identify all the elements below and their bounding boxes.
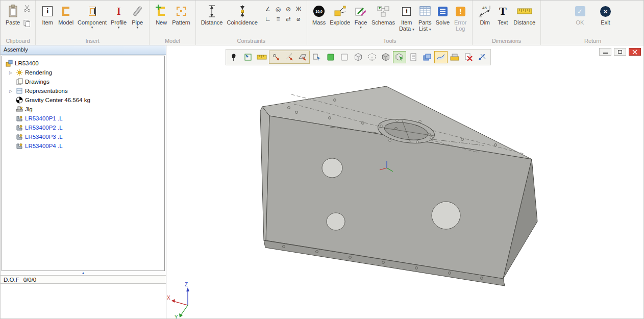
snap-edge-icon[interactable] xyxy=(283,51,296,63)
text-button[interactable]: T Text xyxy=(494,2,511,27)
text-icon: T xyxy=(499,6,507,17)
copy-button[interactable] xyxy=(23,19,31,30)
part-icon xyxy=(15,133,23,140)
expand-icon[interactable]: ▷ xyxy=(9,89,15,93)
error-log-button[interactable]: ! Error Log xyxy=(452,2,469,33)
exit-button[interactable]: × Exit xyxy=(597,2,614,27)
perpendicular-constraint-icon[interactable]: ∟ xyxy=(263,14,273,23)
constraint-coincidence-button[interactable]: Coincidence xyxy=(225,2,260,27)
select-element-icon[interactable] xyxy=(310,51,324,63)
ribbon-group-return: ✓ OK × Exit Return xyxy=(541,1,644,45)
parallel-constraint-icon[interactable]: ≡ xyxy=(273,14,283,23)
tree-item-root-assembly[interactable]: LR53400 xyxy=(2,59,164,68)
snap-face-icon[interactable] xyxy=(296,51,309,63)
dim-distance-button[interactable]: Distance xyxy=(511,2,537,27)
jig-icon xyxy=(15,106,23,113)
parts-list-button[interactable]: Parts List ▾ xyxy=(416,2,434,33)
item-data-dropdown-arrow[interactable]: ▾ xyxy=(412,28,414,31)
model-pattern-button[interactable]: Pattern xyxy=(170,2,192,27)
return-group-label: Return xyxy=(541,38,644,44)
maximize-button[interactable] xyxy=(614,48,626,56)
flat-pattern-icon[interactable] xyxy=(448,51,461,63)
insert-component-button[interactable]: Component ▾ xyxy=(76,2,109,30)
display-outline-icon[interactable] xyxy=(338,51,351,63)
svg-text:45: 45 xyxy=(482,6,487,10)
equal-constraint-icon[interactable]: ⇄ xyxy=(283,14,293,23)
model-group-label: Model xyxy=(150,38,195,44)
insert-profile-button[interactable]: I Profile ▾ xyxy=(109,2,129,30)
tree-item-drawings[interactable]: Drawings xyxy=(2,77,164,86)
viewport-3d[interactable]: Z X Y xyxy=(166,45,644,319)
parts-list-dropdown-arrow[interactable]: ▾ xyxy=(429,28,431,31)
cut-button[interactable] xyxy=(23,4,31,14)
face-button[interactable]: Face ▾ xyxy=(352,2,369,30)
explode-button[interactable]: Explode xyxy=(328,2,352,27)
ribbon: Paste Clipboard i Item xyxy=(1,1,644,45)
delete-icon[interactable] xyxy=(462,51,475,63)
select-solid-mode-icon[interactable] xyxy=(393,51,406,63)
representations-icon xyxy=(15,87,23,94)
schemas-button[interactable]: Schemas xyxy=(369,2,397,27)
pattern-icon xyxy=(177,7,186,16)
surface-mode-icon[interactable] xyxy=(434,51,448,63)
view-axes-triad: Z X Y xyxy=(167,282,189,319)
mass-button[interactable]: 10,0 Mass xyxy=(310,2,328,27)
tree-item-part-4[interactable]: LR53400P4 .L xyxy=(2,141,164,151)
panel-splitter[interactable]: ▴ xyxy=(1,271,166,275)
ok-button[interactable]: ✓ OK xyxy=(572,2,589,27)
display-shaded-icon[interactable] xyxy=(352,51,365,63)
ribbon-group-insert: i Item Model Component ▾ I Profile ▾ xyxy=(36,1,150,45)
display-solid-gray-icon[interactable] xyxy=(379,51,392,63)
angle-constraint-icon[interactable]: ∠ xyxy=(263,4,273,14)
ok-check-icon: ✓ xyxy=(575,6,585,16)
insert-item-button[interactable]: i Item xyxy=(39,2,56,27)
measure-ruler-icon[interactable] xyxy=(255,51,268,63)
constraint-mini-toolbar: ∠ ◎ ⊘ Ж ∟ ≡ ⇄ ⌀ xyxy=(263,4,304,23)
tree-item-rendering[interactable]: ▷ Rendering xyxy=(2,68,164,77)
expand-icon[interactable]: ▷ xyxy=(9,70,15,75)
swap-orientation-icon[interactable] xyxy=(476,51,489,63)
layers-icon[interactable] xyxy=(420,51,434,63)
tree-item-representations[interactable]: ▷ Representations xyxy=(2,86,164,95)
snap-point-icon[interactable] xyxy=(269,51,283,63)
solve-icon xyxy=(438,7,448,16)
close-button[interactable] xyxy=(629,48,641,56)
ruler-icon xyxy=(517,3,532,19)
model-canvas[interactable]: Z X Y xyxy=(166,45,644,319)
pin-icon[interactable] xyxy=(228,51,241,63)
insert-group-label: Insert xyxy=(36,38,149,44)
item-data-button[interactable]: i Item Data ▾ xyxy=(397,2,416,33)
tree-item-gravity-center[interactable]: Gravity Center 46.564 kg xyxy=(2,95,164,105)
minimize-button[interactable] xyxy=(599,48,611,56)
paste-button[interactable]: Paste xyxy=(4,2,22,27)
display-wireframe-icon[interactable] xyxy=(365,51,379,63)
tree-item-part-1[interactable]: LR53400P1 .L xyxy=(2,114,164,123)
gravity-center-icon xyxy=(15,96,23,104)
concentric-constraint-icon[interactable]: ◎ xyxy=(273,4,283,14)
tangent-constraint-icon[interactable]: ⊘ xyxy=(283,4,293,14)
tree-item-jig[interactable]: Jig xyxy=(2,105,164,114)
component-dropdown-arrow[interactable]: ▾ xyxy=(91,26,93,29)
plus-icon xyxy=(156,5,161,10)
display-solid-green-icon[interactable] xyxy=(324,51,337,63)
face-dropdown-arrow[interactable]: ▾ xyxy=(360,26,362,29)
report-sheet-icon[interactable] xyxy=(407,51,420,63)
model-icon xyxy=(62,7,69,16)
sheet-metal-assembly[interactable] xyxy=(260,86,537,286)
dim-button[interactable]: 45 Dim xyxy=(476,2,494,27)
tree-item-part-2[interactable]: LR53400P2 .L xyxy=(2,123,164,132)
tree-item-part-3[interactable]: LR53400P3 .L xyxy=(2,132,164,141)
profile-dropdown-arrow[interactable]: ▾ xyxy=(118,26,120,29)
face-icon xyxy=(355,3,367,19)
diameter-constraint-icon[interactable]: ⌀ xyxy=(293,14,304,23)
constraint-distance-button[interactable]: Distance xyxy=(199,2,225,27)
constraints-group-label: Constraints xyxy=(196,38,307,44)
symmetry-constraint-icon[interactable]: Ж xyxy=(293,4,304,14)
pipe-dropdown-arrow[interactable]: ▾ xyxy=(136,26,138,29)
solve-button[interactable]: Solve xyxy=(434,2,452,27)
model-new-button[interactable]: New xyxy=(153,2,170,27)
select-window-icon[interactable] xyxy=(241,51,255,63)
insert-pipe-button[interactable]: Pipe ▾ xyxy=(129,2,146,30)
distance-constraint-icon xyxy=(206,3,217,19)
insert-model-button[interactable]: Model xyxy=(56,2,76,27)
